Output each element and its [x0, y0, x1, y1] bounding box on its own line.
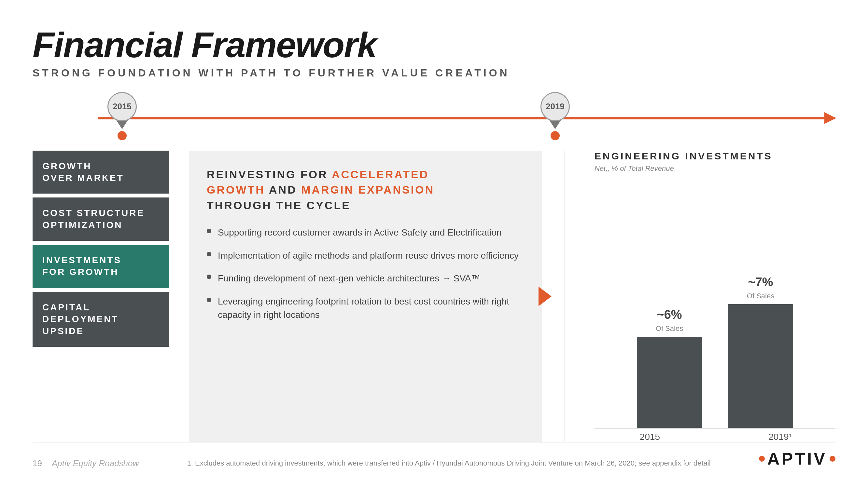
- pin-dot-2019: [551, 131, 560, 140]
- page-num-section: 19 Aptiv Equity Roadshow: [33, 458, 139, 468]
- roadshow-label: Aptiv Equity Roadshow: [52, 458, 139, 468]
- nav-item-growth[interactable]: GROWTHOVER MARKET: [33, 151, 169, 194]
- bar-group-2019: ~7% Of Sales: [728, 275, 793, 428]
- timeline: 2015 2019: [33, 99, 835, 138]
- bar-2015: [637, 337, 702, 428]
- footnote: 1. Excludes automated driving investment…: [187, 458, 711, 468]
- bar-2019: [728, 304, 793, 428]
- pin-triangle-2019: [549, 120, 561, 129]
- timeline-line: [98, 117, 835, 120]
- bars-container: ~6% Of Sales ~7% Of Sales: [594, 265, 835, 428]
- x-axis-labels: 2015 2019¹: [594, 432, 835, 442]
- bullet-dot: [207, 229, 211, 233]
- nav-item-capital[interactable]: CAPITAL DEPLOYMENTUPSIDE: [33, 292, 169, 347]
- bar-group-2015: ~6% Of Sales: [637, 308, 702, 428]
- aptiv-logo: APTIV: [759, 449, 835, 468]
- bar-sublabel-2019: Of Sales: [747, 292, 774, 300]
- bullet-list: Supporting record customer awards in Act…: [207, 226, 524, 321]
- vertical-divider: [564, 151, 565, 443]
- list-item: Implementation of agile methods and plat…: [207, 249, 524, 263]
- middle-section: REINVESTING FOR ACCELERATEDGROWTH AND MA…: [169, 151, 561, 443]
- main-content: GROWTHOVER MARKET COST STRUCTUREOPTIMIZA…: [33, 151, 835, 443]
- nav-item-cost[interactable]: COST STRUCTUREOPTIMIZATION: [33, 197, 169, 241]
- page-number: 19: [33, 458, 42, 468]
- aptiv-logo-text: APTIV: [767, 449, 827, 468]
- pin-year-2019: 2019: [540, 92, 570, 121]
- bullet-text: Supporting record customer awards in Act…: [218, 226, 502, 239]
- timeline-pin-2015: 2015: [107, 92, 137, 129]
- section-divider-arrow: [538, 287, 552, 306]
- bullet-dot: [207, 252, 211, 256]
- bullet-text: Funding development of next-gen vehicle …: [218, 272, 480, 285]
- pin-dot-2015: [118, 131, 127, 140]
- footer: 19 Aptiv Equity Roadshow 1. Excludes aut…: [33, 442, 835, 468]
- page: Financial Framework STRONG FOUNDATION WI…: [0, 0, 868, 488]
- reinvesting-title: REINVESTING FOR ACCELERATEDGROWTH AND MA…: [207, 167, 524, 214]
- chart-title: ENGINEERING INVESTMENTS: [594, 151, 835, 162]
- timeline-pin-2019: 2019: [540, 92, 570, 129]
- bullet-text: Implementation of agile methods and plat…: [218, 249, 519, 263]
- x-label-2019: 2019¹: [747, 432, 813, 442]
- page-subtitle: STRONG FOUNDATION WITH PATH TO FURTHER V…: [33, 67, 835, 79]
- bar-sublabel-2015: Of Sales: [656, 324, 683, 333]
- list-item: Funding development of next-gen vehicle …: [207, 272, 524, 285]
- pin-year-2015: 2015: [107, 92, 137, 121]
- header: Financial Framework STRONG FOUNDATION WI…: [33, 26, 835, 79]
- left-nav: GROWTHOVER MARKET COST STRUCTUREOPTIMIZA…: [33, 151, 169, 443]
- aptiv-dot-right-icon: [830, 456, 835, 462]
- chart-subtitle: Net,, % of Total Revenue: [594, 164, 835, 173]
- pin-triangle-2015: [116, 120, 128, 129]
- page-title: Financial Framework: [33, 26, 835, 64]
- chart-baseline: [594, 428, 835, 428]
- nav-item-investments[interactable]: INVESTMENTSFOR GROWTH: [33, 245, 169, 288]
- timeline-arrow: [825, 112, 836, 124]
- bar-value-2019: ~7%: [748, 275, 773, 289]
- content-box: REINVESTING FOR ACCELERATEDGROWTH AND MA…: [189, 151, 542, 443]
- bullet-dot: [207, 274, 211, 279]
- bar-value-2015: ~6%: [657, 308, 682, 322]
- bullet-dot: [207, 298, 211, 302]
- list-item: Leveraging engineering footprint rotatio…: [207, 295, 524, 321]
- aptiv-dot-left-icon: [759, 456, 765, 462]
- arrow-right-icon: [538, 287, 552, 306]
- chart-area: ~6% Of Sales ~7% Of Sales 2015 2019¹: [594, 183, 835, 443]
- x-label-2015: 2015: [617, 432, 682, 442]
- chart-section: ENGINEERING INVESTMENTS Net,, % of Total…: [568, 151, 835, 443]
- list-item: Supporting record customer awards in Act…: [207, 226, 524, 239]
- bullet-text: Leveraging engineering footprint rotatio…: [218, 295, 524, 321]
